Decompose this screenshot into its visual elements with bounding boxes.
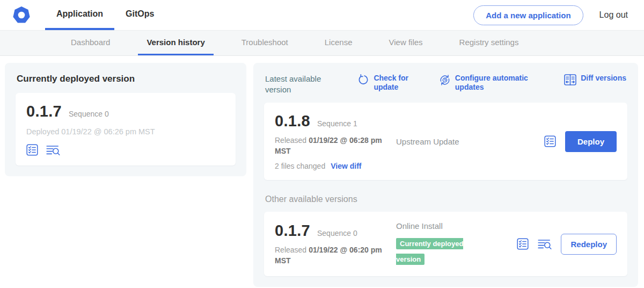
view-logs-icon[interactable] bbox=[46, 144, 60, 156]
subnav-dashboard[interactable]: Dashboard bbox=[62, 31, 119, 55]
subnav-registry-settings[interactable]: Registry settings bbox=[451, 31, 528, 55]
top-nav-right: Add a new application Log out bbox=[473, 0, 644, 30]
logout-link[interactable]: Log out bbox=[599, 10, 628, 20]
deployed-version-number: 0.1.7 bbox=[26, 103, 62, 120]
deployed-sequence-label: Sequence 0 bbox=[69, 110, 109, 118]
preflight-checks-icon[interactable] bbox=[544, 135, 556, 147]
preflight-checks-icon[interactable] bbox=[517, 238, 529, 250]
other-version-number: 0.1.7 bbox=[275, 222, 310, 240]
app-sub-nav: Dashboard Version history Troubleshoot L… bbox=[0, 31, 644, 56]
deployed-version-card: 0.1.7 Sequence 0 Deployed 01/19/22 @ 06:… bbox=[16, 93, 236, 165]
redeploy-button[interactable]: Redeploy bbox=[561, 234, 617, 255]
configure-automatic-updates-label: Configure automatic updates bbox=[455, 74, 537, 92]
auto-update-icon bbox=[439, 74, 451, 86]
check-for-update-label: Check for update bbox=[374, 74, 411, 92]
files-changed-label: 2 files changed bbox=[275, 162, 325, 170]
configure-automatic-updates-button[interactable]: Configure automatic updates bbox=[439, 74, 537, 92]
check-for-update-button[interactable]: Check for update bbox=[358, 74, 411, 92]
preflight-checks-icon[interactable] bbox=[26, 144, 38, 156]
main-content: Currently deployed version 0.1.7 Sequenc… bbox=[0, 56, 644, 287]
view-diff-link[interactable]: View diff bbox=[331, 162, 361, 170]
deployed-timestamp: Deployed 01/19/22 @ 06:26 pm MST bbox=[26, 127, 225, 136]
latest-version-source: Upstream Update bbox=[394, 137, 544, 146]
tab-gitops[interactable]: GitOps bbox=[114, 0, 165, 30]
latest-released-timestamp: Released01/19/22 @ 06:28 pm MST bbox=[275, 135, 387, 156]
app-logo[interactable] bbox=[0, 0, 45, 30]
diff-versions-label: Diff versions bbox=[581, 74, 626, 83]
top-nav-tabs: Application GitOps bbox=[45, 0, 165, 30]
subnav-license[interactable]: License bbox=[316, 31, 361, 55]
view-logs-icon[interactable] bbox=[538, 238, 552, 250]
diff-versions-button[interactable]: Diff versions bbox=[564, 74, 626, 85]
currently-deployed-badge: Currently deployed version bbox=[396, 238, 463, 265]
top-nav: Application GitOps Add a new application… bbox=[0, 0, 644, 31]
other-version-card: 0.1.7 Sequence 0 Released01/19/22 @ 06:2… bbox=[264, 212, 627, 276]
add-new-application-button[interactable]: Add a new application bbox=[473, 5, 583, 25]
other-version-source: Online Install Currently deployed versio… bbox=[394, 221, 517, 267]
other-released-timestamp: Released01/19/22 @ 06:20 pm MST bbox=[275, 245, 387, 266]
subnav-version-history[interactable]: Version history bbox=[138, 31, 213, 55]
deploy-button[interactable]: Deploy bbox=[565, 131, 617, 152]
refresh-icon bbox=[358, 74, 369, 85]
latest-sequence-label: Sequence 1 bbox=[317, 119, 357, 128]
currently-deployed-panel: Currently deployed version 0.1.7 Sequenc… bbox=[5, 63, 246, 176]
latest-version-number: 0.1.8 bbox=[275, 112, 310, 130]
latest-available-title: Latest available version bbox=[265, 74, 331, 95]
tab-application[interactable]: Application bbox=[45, 0, 114, 30]
currently-deployed-title: Currently deployed version bbox=[17, 74, 236, 84]
subnav-view-files[interactable]: View files bbox=[380, 31, 431, 55]
other-sequence-label: Sequence 0 bbox=[317, 229, 357, 237]
app-logo-icon bbox=[12, 5, 31, 25]
diff-versions-icon bbox=[564, 74, 576, 85]
install-type-label: Online Install bbox=[396, 221, 517, 231]
latest-version-card: 0.1.8 Sequence 1 Released01/19/22 @ 06:2… bbox=[264, 103, 627, 180]
available-versions-panel: Latest available version Check for updat… bbox=[253, 63, 638, 287]
subnav-troubleshoot[interactable]: Troubleshoot bbox=[233, 31, 297, 55]
other-available-versions-title: Other available versions bbox=[265, 195, 626, 204]
